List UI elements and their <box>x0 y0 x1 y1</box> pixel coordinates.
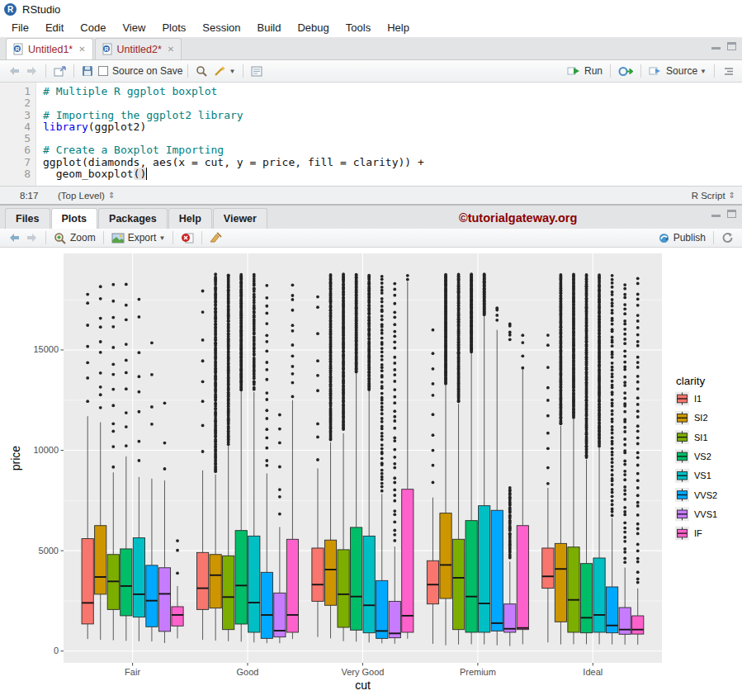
line-number: 1 <box>0 86 31 97</box>
cursor-position: 8:17 <box>20 191 58 201</box>
svg-text:Very Good: Very Good <box>341 667 384 677</box>
back-icon[interactable] <box>8 66 21 76</box>
svg-text:cut: cut <box>355 679 371 692</box>
pane-tab-packages[interactable]: Packages <box>98 208 168 229</box>
rstudio-logo-icon: R <box>4 3 17 16</box>
minimize-pane-icon[interactable] <box>711 42 721 50</box>
remove-plot-icon[interactable] <box>181 232 194 244</box>
svg-text:5000: 5000 <box>39 546 59 556</box>
source-button[interactable]: Source ▼ <box>649 65 707 77</box>
pane-tab-files[interactable]: Files <box>5 208 50 229</box>
source-on-save-label: Source on Save <box>112 65 182 77</box>
export-button[interactable]: Export ▼ <box>111 232 166 244</box>
clear-plots-broom-icon[interactable] <box>210 232 222 244</box>
code-line: 7ggplot(diamonds, aes(x = cut, y = price… <box>0 157 742 168</box>
svg-text:R: R <box>104 46 108 52</box>
code-line: 6# Create a Boxplot Importing <box>0 144 742 156</box>
code-line: 2 <box>0 97 742 109</box>
publish-label: Publish <box>673 232 706 244</box>
menu-item-session[interactable]: Session <box>194 19 248 36</box>
menu-item-help[interactable]: Help <box>379 19 418 36</box>
svg-text:15000: 15000 <box>33 344 59 354</box>
refresh-plot-icon[interactable] <box>721 232 734 244</box>
line-number: 3 <box>0 110 31 121</box>
source-label: Source <box>666 65 697 77</box>
doc-type-selector[interactable]: R Script <box>692 191 725 201</box>
menu-item-view[interactable]: View <box>114 19 154 36</box>
editor-tab[interactable]: RUntitled2*✕ <box>95 38 182 59</box>
r-file-icon: R <box>13 43 24 55</box>
app-title: RStudio <box>22 3 60 16</box>
search-icon[interactable] <box>196 65 208 78</box>
line-number: 5 <box>0 133 31 144</box>
code-line: 5 <box>0 133 742 144</box>
menu-item-build[interactable]: Build <box>249 19 290 36</box>
editor-statusbar: 8:17 (Top Level) ⇕ R Script ⇕ <box>0 186 742 204</box>
save-icon[interactable] <box>82 65 93 77</box>
plot-back-icon[interactable] <box>8 233 21 243</box>
svg-text:R: R <box>15 46 19 52</box>
menu-item-debug[interactable]: Debug <box>289 19 337 36</box>
svg-text:Fair: Fair <box>125 667 140 677</box>
editor-toolbar: Source on Save ▼ Run Source ▼ <box>0 60 742 83</box>
svg-text:Premium: Premium <box>460 667 496 677</box>
svg-text:IF: IF <box>694 528 702 538</box>
menu-bar: FileEditCodeViewPlotsSessionBuildDebugTo… <box>0 18 742 38</box>
line-number: 4 <box>0 121 31 133</box>
editor-tab[interactable]: RUntitled1*✕ <box>6 38 93 59</box>
pane-tab-help[interactable]: Help <box>168 208 212 229</box>
code-line: 8 geom_boxplot() <box>0 168 742 180</box>
zoom-plot-button[interactable]: Zoom <box>54 232 96 244</box>
plot-svg: 050001000015000FairGoodVery GoodPremiumI… <box>0 248 742 700</box>
svg-text:VS2: VS2 <box>694 452 711 461</box>
rerun-icon[interactable] <box>618 66 633 77</box>
forward-icon[interactable] <box>26 66 38 76</box>
plot-forward-icon[interactable] <box>26 233 38 243</box>
svg-text:VVS2: VVS2 <box>694 490 717 500</box>
code-editor[interactable]: 1# Multiple R ggplot boxplot23# Importin… <box>0 83 742 186</box>
window-titlebar: R RStudio <box>0 0 742 18</box>
pane-tab-viewer[interactable]: Viewer <box>213 208 267 229</box>
pane-tab-plots[interactable]: Plots <box>51 208 98 229</box>
r-file-icon: R <box>102 43 113 55</box>
maximize-pane-icon[interactable] <box>727 42 736 50</box>
compile-notebook-icon[interactable] <box>251 66 262 77</box>
plot-display-area: 050001000015000FairGoodVery GoodPremiumI… <box>0 248 742 700</box>
line-number: 7 <box>0 157 31 168</box>
menu-item-code[interactable]: Code <box>72 19 114 36</box>
svg-text:SI1: SI1 <box>694 433 708 442</box>
menu-item-plots[interactable]: Plots <box>154 19 194 36</box>
document-outline-icon[interactable] <box>722 67 734 76</box>
publish-button[interactable]: Publish <box>658 232 706 244</box>
run-button[interactable]: Run <box>567 65 603 77</box>
menu-item-file[interactable]: File <box>3 19 37 36</box>
plots-pane-tab-bar: FilesPlotsPackagesHelpViewer©tutorialgat… <box>0 204 742 229</box>
svg-text:clarity: clarity <box>676 375 706 387</box>
line-number: 6 <box>0 144 31 156</box>
menu-item-tools[interactable]: Tools <box>338 19 379 36</box>
tab-close-icon[interactable]: ✕ <box>77 45 85 54</box>
svg-text:10000: 10000 <box>33 445 59 455</box>
svg-text:I1: I1 <box>694 394 702 404</box>
tab-close-icon[interactable]: ✕ <box>166 45 174 54</box>
line-number: 8 <box>0 168 31 180</box>
watermark-text: ©tutorialgateway.org <box>459 211 577 225</box>
menu-item-edit[interactable]: Edit <box>37 19 72 36</box>
editor-lines: 1# Multiple R ggplot boxplot23# Importin… <box>0 86 742 180</box>
svg-text:Ideal: Ideal <box>583 667 603 677</box>
maximize-pane-icon[interactable] <box>727 210 736 218</box>
minimize-pane-icon[interactable] <box>711 210 721 217</box>
run-label: Run <box>584 65 603 77</box>
popout-window-icon[interactable] <box>54 66 66 77</box>
svg-text:VS1: VS1 <box>694 471 711 480</box>
svg-text:Good: Good <box>237 667 259 677</box>
code-tools-wand-icon[interactable]: ▼ <box>213 65 235 77</box>
line-number: 2 <box>0 97 31 109</box>
code-line: 4library(ggplot2) <box>0 121 742 133</box>
code-line: 3# Importing the ggplot2 library <box>0 110 742 121</box>
source-on-save-checkbox[interactable] <box>98 66 108 76</box>
scope-indicator[interactable]: (Top Level) <box>58 191 105 201</box>
tab-label: Untitled2* <box>117 44 162 55</box>
export-label: Export <box>128 232 157 244</box>
svg-text:SI2: SI2 <box>694 413 708 423</box>
